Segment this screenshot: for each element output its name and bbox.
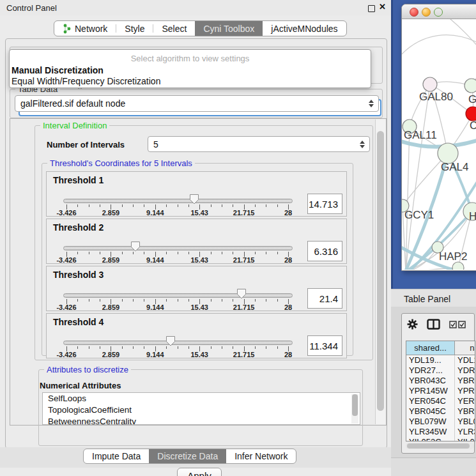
table-row[interactable]: YDR27...YDR2 — [406, 365, 475, 376]
table-data-value: galFiltered.sif default node — [20, 98, 125, 109]
threshold-label: Threshold 4 — [53, 317, 104, 327]
control-panel-titlebar: Control Panel ✕ — [0, 0, 391, 15]
table-row[interactable]: YER054CYER0 — [406, 396, 475, 406]
node-table[interactable]: shared...nameYDL19...YDL1YDR27...YDR2YBR… — [406, 341, 475, 441]
network-window-titlebar — [402, 4, 476, 19]
table-row[interactable]: YIL052CYIL0 — [406, 437, 475, 441]
network-view-window: GAL80GACGAL11GAL4GCY1HHAP2 — [401, 4, 476, 271]
table-row[interactable]: YBL079WYBL0 — [406, 417, 475, 427]
thresholds-group: Threshold's Coordinates for 5 Intervals … — [42, 163, 353, 356]
slider-thumb[interactable] — [236, 288, 247, 299]
gear-icon[interactable] — [407, 319, 418, 330]
attributes-group-label: Attributes to discretize — [44, 365, 131, 374]
slider-thumb[interactable] — [189, 194, 199, 204]
float-window-icon[interactable] — [368, 5, 375, 12]
slider-tick-labels: -3.4262.8599.14415.4321.71528 — [66, 303, 288, 311]
checkbox-columns-icon[interactable] — [449, 321, 466, 328]
cell-name: YER0 — [455, 396, 475, 406]
table-row[interactable]: YLR345WYLR3 — [406, 427, 475, 437]
slider-track[interactable] — [63, 246, 293, 250]
network-node-gal80[interactable] — [423, 77, 437, 91]
threshold-label: Threshold 1 — [53, 175, 104, 185]
node-label: C — [470, 119, 476, 132]
slider-track[interactable] — [63, 199, 293, 203]
settings-scroll-pane: Interval Definition Number of Intervals … — [10, 118, 387, 426]
tab-cyni-toolbox[interactable]: Cyni Toolbox — [195, 21, 263, 36]
threshold-panel: Threshold 1-3.4262.8599.14415.4321.71528… — [46, 171, 347, 217]
slider-thumb[interactable] — [130, 241, 141, 252]
node-table-card: shared...nameYDL19...YDL1YDR27...YDR2YBR… — [401, 313, 475, 454]
attribute-list-item[interactable]: BetweennessCentrality — [43, 416, 360, 425]
algorithm-option[interactable]: Manual Discretization — [12, 65, 104, 75]
table-row[interactable]: YPR145WYPR1 — [406, 386, 475, 396]
cell-name: YLR3 — [455, 427, 475, 437]
tab-label: jActiveMNodules — [271, 24, 337, 34]
column-header[interactable]: shared... — [406, 341, 455, 355]
threshold-panel: Threshold 3-3.4262.8599.14415.4321.71528… — [46, 266, 347, 311]
algorithm-option[interactable]: Equal Width/Frequency Discretization — [12, 76, 160, 86]
table-row[interactable]: YBR045CYBR0 — [406, 406, 475, 417]
tab-discretize-data[interactable]: Discretize Data — [149, 449, 226, 463]
node-label: GA — [468, 93, 476, 105]
slider-thumb[interactable] — [165, 335, 176, 346]
tab-select[interactable]: Select — [153, 21, 195, 36]
close-icon[interactable]: ✕ — [379, 2, 386, 12]
cell-shared-name: YIL052C — [406, 437, 455, 441]
tab-style[interactable]: Style — [116, 21, 153, 36]
node-label: GAL4 — [441, 161, 468, 173]
slider-track[interactable] — [63, 293, 293, 298]
cell-shared-name: YLR345W — [406, 427, 455, 437]
attribute-list-item[interactable]: SelfLoops — [43, 393, 360, 404]
network-canvas[interactable]: GAL80GACGAL11GAL4GCY1HHAP2 — [402, 19, 476, 270]
threshold-label: Threshold 2 — [53, 222, 104, 233]
node-label: GAL11 — [404, 129, 437, 141]
list-scrollbar[interactable] — [351, 394, 358, 424]
cell-name: YBR0 — [455, 406, 475, 417]
network-node-ga[interactable] — [464, 79, 476, 93]
threshold-value-field[interactable]: 21.4 — [307, 288, 342, 309]
column-layout-icon[interactable] — [427, 319, 440, 330]
combo-arrows-icon — [360, 141, 365, 148]
numerical-attributes-list[interactable]: SelfLoopsTopologicalCoefficientBetweenne… — [42, 392, 360, 425]
number-of-intervals-value: 5 — [153, 139, 158, 150]
zoom-traffic-light[interactable] — [434, 8, 443, 17]
table-row[interactable]: YDL19...YDL1 — [406, 355, 475, 365]
vertical-scrollbar[interactable] — [375, 119, 386, 424]
tab-label: Infer Network — [234, 451, 288, 461]
cell-shared-name: YER054C — [406, 396, 455, 406]
threshold-panel: Threshold 2-3.4262.8599.14415.4321.71528… — [46, 219, 347, 264]
threshold-value-field[interactable]: 6.316 — [307, 241, 342, 261]
threshold-value-field[interactable]: 14.713 — [307, 194, 342, 214]
minimize-traffic-light[interactable] — [422, 8, 431, 17]
cell-name: YPR1 — [455, 386, 475, 396]
tab-label: Cyni Toolbox — [203, 24, 254, 34]
network-node-node[interactable] — [452, 262, 464, 270]
apply-button[interactable]: Apply — [177, 468, 222, 476]
tab-infer-network[interactable]: Infer Network — [226, 449, 296, 463]
tab-label: Impute Data — [92, 451, 141, 461]
horizontal-scrollbar[interactable] — [406, 443, 474, 449]
tab-network[interactable]: Network — [54, 21, 116, 36]
close-traffic-light[interactable] — [410, 8, 418, 17]
table-data-combobox[interactable]: galFiltered.sif default node — [15, 95, 379, 112]
slider-track[interactable] — [63, 341, 293, 345]
tab-jactivemnodules[interactable]: jActiveMNodules — [263, 21, 346, 36]
threshold-value-field[interactable]: 11.344 — [307, 335, 342, 356]
threshold-label: Threshold 3 — [53, 270, 104, 280]
slider-tick-labels: -3.4262.8599.14415.4321.71528 — [66, 256, 288, 264]
column-header[interactable]: name — [455, 341, 475, 355]
tab-label: Select — [162, 24, 187, 34]
cell-name: YBL0 — [455, 417, 475, 427]
cell-shared-name: YBL079W — [406, 417, 455, 427]
control-panel: Control Panel ✕ NetworkStyleSelectCyni T… — [0, 0, 391, 476]
attribute-list-item[interactable]: TopologicalCoefficient — [43, 404, 360, 416]
network-node-red-node[interactable] — [466, 107, 476, 121]
tab-label: Discretize Data — [157, 451, 218, 461]
tab-impute-data[interactable]: Impute Data — [84, 449, 149, 463]
table-row[interactable]: YBR043CYBR0 — [406, 376, 475, 386]
number-of-intervals-combobox[interactable]: 5 — [148, 136, 370, 152]
table-panel-body: shared...nameYDL19...YDL1YDR27...YDR2YBR… — [391, 307, 476, 476]
dropdown-hint: Select algorithm to view settings — [10, 54, 371, 63]
cell-shared-name: YPR145W — [406, 386, 455, 396]
tab-label: Network — [75, 24, 107, 34]
